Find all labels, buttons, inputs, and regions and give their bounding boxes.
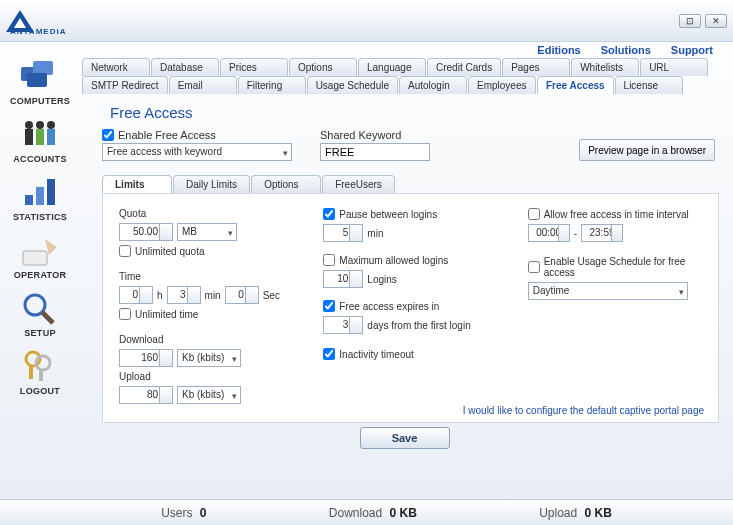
- page-title: Free Access: [110, 104, 727, 121]
- enable-label: Enable Free Access: [118, 129, 216, 141]
- unlimited-quota[interactable]: Unlimited quota: [119, 245, 293, 257]
- operator-icon: [19, 232, 61, 268]
- quota-unit[interactable]: MB: [177, 223, 237, 241]
- sidebar-item-operator[interactable]: OPERATOR: [5, 230, 75, 286]
- sidebar-label: STATISTICS: [13, 212, 67, 222]
- svg-rect-12: [23, 251, 47, 265]
- svg-point-5: [36, 121, 44, 129]
- schedule-combo[interactable]: Daytime: [528, 282, 688, 300]
- enable-free-access-checkbox[interactable]: [102, 129, 114, 141]
- sidebar-item-setup[interactable]: SETUP: [5, 288, 75, 344]
- accounts-icon: [19, 116, 61, 152]
- link-editions[interactable]: Editions: [537, 44, 580, 56]
- expires[interactable]: Free access expires in: [323, 300, 497, 312]
- save-button[interactable]: Save: [360, 427, 450, 449]
- svg-point-7: [47, 121, 55, 129]
- time-s[interactable]: 0: [225, 286, 259, 304]
- tab-smtp-redirect[interactable]: SMTP Redirect: [82, 76, 168, 94]
- unlimited-time[interactable]: Unlimited time: [119, 308, 293, 320]
- svg-rect-1: [33, 61, 53, 75]
- inactivity-timeout[interactable]: Inactivity timeout: [323, 348, 497, 360]
- expires-value[interactable]: 3: [323, 316, 363, 334]
- sidebar-item-statistics[interactable]: STATISTICS: [5, 172, 75, 228]
- subtab-freeusers[interactable]: FreeUsers: [322, 175, 395, 193]
- tab-language[interactable]: Language: [358, 58, 426, 76]
- sidebar-item-computers[interactable]: COMPUTERS: [5, 56, 75, 112]
- logo: ANTAMEDIA: [6, 5, 66, 36]
- tab-autologin[interactable]: Autologin: [399, 76, 467, 94]
- time-m[interactable]: 3: [167, 286, 201, 304]
- upload-unit[interactable]: Kb (kbits): [177, 386, 241, 404]
- link-solutions[interactable]: Solutions: [601, 44, 651, 56]
- quota-value[interactable]: 50.00: [119, 223, 173, 241]
- svg-rect-2: [27, 73, 47, 87]
- upload-value[interactable]: 80: [119, 386, 173, 404]
- statusbar: Users 0 Download 0 KB Upload 0 KB: [0, 499, 733, 525]
- sub-tabs: LimitsDaily LimitsOptionsFreeUsers: [102, 175, 727, 193]
- svg-rect-18: [39, 369, 43, 381]
- limits-col-1: Quota 50.00 MB Unlimited quota Time 0h 3…: [119, 208, 293, 414]
- minimize-button[interactable]: ⊡: [679, 14, 701, 28]
- status-users: Users 0: [161, 506, 206, 520]
- sidebar-label: OPERATOR: [14, 270, 67, 280]
- sidebar-item-logout[interactable]: LOGOUT: [5, 346, 75, 402]
- max-logins-value[interactable]: 10: [323, 270, 363, 288]
- max-logins[interactable]: Maximum allowed logins: [323, 254, 497, 266]
- tab-options[interactable]: Options: [289, 58, 357, 76]
- interval-from[interactable]: 00:00: [528, 224, 570, 242]
- tab-prices[interactable]: Prices: [220, 58, 288, 76]
- sidebar-label: LOGOUT: [20, 386, 60, 396]
- enable-schedule[interactable]: Enable Usage Schedule for free access: [528, 256, 702, 278]
- enable-free-access[interactable]: Enable Free Access: [102, 129, 292, 141]
- time-h[interactable]: 0: [119, 286, 153, 304]
- tab-free-access[interactable]: Free Access: [537, 76, 614, 94]
- status-upload: Upload 0 KB: [539, 506, 612, 520]
- tab-usage-schedule[interactable]: Usage Schedule: [307, 76, 398, 94]
- svg-rect-6: [36, 129, 44, 145]
- quota-label: Quota: [119, 208, 293, 219]
- logo-icon: [6, 10, 34, 32]
- download-value[interactable]: 160: [119, 349, 173, 367]
- tab-url[interactable]: URL: [640, 58, 708, 76]
- shared-keyword-label: Shared Keyword: [320, 129, 430, 141]
- upload-label: Upload: [119, 371, 293, 382]
- time-label: Time: [119, 271, 293, 282]
- allow-interval[interactable]: Allow free access in time interval: [528, 208, 702, 220]
- download-unit[interactable]: Kb (kbits): [177, 349, 241, 367]
- subtab-options[interactable]: Options: [251, 175, 321, 193]
- tab-database[interactable]: Database: [151, 58, 219, 76]
- shared-keyword-input[interactable]: [320, 143, 430, 161]
- subtab-daily-limits[interactable]: Daily Limits: [173, 175, 250, 193]
- limits-col-3: Allow free access in time interval 00:00…: [528, 208, 702, 414]
- status-download: Download 0 KB: [329, 506, 417, 520]
- preview-button[interactable]: Preview page in a browser: [579, 139, 715, 161]
- sidebar-label: COMPUTERS: [10, 96, 70, 106]
- statistics-icon: [19, 174, 61, 210]
- interval-to[interactable]: 23:59: [581, 224, 623, 242]
- tab-filtering[interactable]: Filtering: [238, 76, 306, 94]
- sidebar-item-accounts[interactable]: ACCOUNTS: [5, 114, 75, 170]
- tab-network[interactable]: Network: [82, 58, 150, 76]
- config-portal-link[interactable]: I would like to configure the default ca…: [463, 405, 704, 416]
- top-links: Editions Solutions Support: [82, 42, 727, 56]
- tab-pages[interactable]: Pages: [502, 58, 570, 76]
- close-button[interactable]: ✕: [705, 14, 727, 28]
- download-label: Download: [119, 334, 293, 345]
- limits-col-2: Pause between logins 5min Maximum allowe…: [323, 208, 497, 414]
- sidebar-label: SETUP: [24, 328, 56, 338]
- pause-value[interactable]: 5: [323, 224, 363, 242]
- tab-email[interactable]: Email: [169, 76, 237, 94]
- titlebar: ANTAMEDIA ⊡ ✕: [0, 0, 733, 42]
- pause-between-logins[interactable]: Pause between logins: [323, 208, 497, 220]
- tab-whitelists[interactable]: Whitelists: [571, 58, 639, 76]
- svg-line-14: [42, 312, 53, 323]
- tab-employees[interactable]: Employees: [468, 76, 536, 94]
- mode-combo[interactable]: Free access with keyword: [102, 143, 292, 161]
- upper-panel: Enable Free Access Free access with keyw…: [82, 129, 727, 165]
- tab-credit-cards[interactable]: Credit Cards: [427, 58, 501, 76]
- link-support[interactable]: Support: [671, 44, 713, 56]
- svg-point-3: [25, 121, 33, 129]
- sidebar: COMPUTERS ACCOUNTS STATISTICS OPERATOR S…: [0, 42, 80, 499]
- subtab-limits[interactable]: Limits: [102, 175, 172, 193]
- tab-license[interactable]: License: [615, 76, 683, 94]
